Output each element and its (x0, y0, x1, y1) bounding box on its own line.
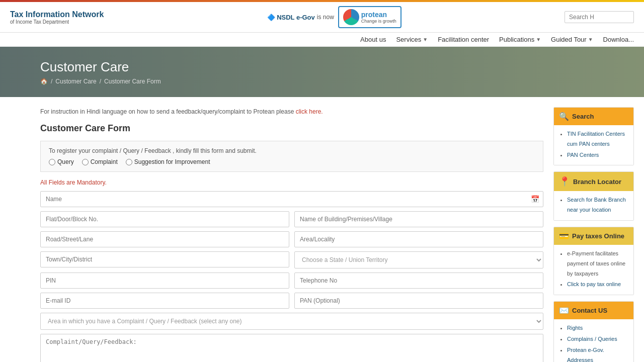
chevron-down-icon: ▼ (423, 37, 428, 42)
click-here-link[interactable]: click here. (296, 108, 323, 115)
mandatory-note: All Fields are Mandatory. (40, 179, 543, 186)
branch-card-body: Search for Bank Branch near your locatio… (554, 191, 633, 220)
protean-info: protean Change is growth (361, 11, 396, 24)
header: Tax Information Network of Income Tax De… (0, 2, 644, 33)
state-select[interactable]: Choose a State / Union Territory (294, 251, 543, 268)
breadcrumb-customer-care[interactable]: Customer Care (55, 78, 96, 85)
road-field (40, 231, 289, 247)
list-item: Rights (567, 323, 627, 333)
nav-facilitation[interactable]: Facilitation center (438, 36, 489, 43)
main-container: For instruction in Hindi language on how… (0, 97, 644, 362)
search-card-title: Search (572, 113, 594, 120)
hero-content: Customer Care 🏠 / Customer Care / Custom… (40, 59, 604, 85)
mail-icon: ✉️ (559, 306, 569, 315)
protean-name: protean (361, 11, 387, 19)
pay-card-body: e-Payment facilitates payment of taxes o… (554, 245, 633, 295)
telephone-input[interactable] (294, 273, 543, 289)
list-item: TIN Facilitation Centers cum PAN centers (567, 129, 627, 149)
branch-card-title: Branch Locator (573, 178, 621, 186)
town-field (40, 251, 289, 268)
town-input[interactable] (40, 251, 289, 267)
query-type-group: Query Complaint Suggestion for Improveme… (49, 158, 535, 165)
pin-input[interactable] (40, 273, 289, 289)
name-row: 📅 (40, 191, 543, 207)
feedback-textarea[interactable] (40, 334, 543, 362)
tin-facilitation-link[interactable]: TIN Facilitation Centers cum PAN centers (567, 131, 625, 147)
breadcrumb-home[interactable]: 🏠 (40, 78, 48, 85)
area-field (294, 231, 543, 247)
building-input[interactable] (294, 211, 543, 227)
list-item: Click to pay tax online (567, 280, 627, 290)
pan-field (294, 293, 543, 309)
branch-card: 📍 Branch Locator Search for Bank Branch … (553, 171, 634, 221)
form-section: For instruction in Hindi language on how… (40, 107, 543, 362)
pin-icon: 📍 (559, 176, 570, 187)
list-item: e-Payment facilitates payment of taxes o… (567, 249, 627, 279)
form-instructions-box: To register your complaint / Query / Fee… (40, 141, 543, 172)
flat-input[interactable] (40, 211, 289, 227)
site-title: Tax Information Network (10, 10, 104, 19)
nav-guided-tour[interactable]: Guided Tour ▼ (551, 36, 593, 43)
area-input[interactable] (294, 231, 543, 247)
pay-icon: 💳 (559, 231, 569, 241)
branch-link[interactable]: Search for Bank Branch near your locatio… (567, 197, 626, 213)
header-search[interactable] (565, 11, 634, 23)
hero-banner: Customer Care 🏠 / Customer Care / Custom… (0, 47, 644, 97)
pay-card: 💳 Pay taxes Online e-Payment facilitates… (553, 227, 634, 295)
form-title: Customer Care Form (40, 123, 543, 134)
nsdl-text: 🔷 NSDL e-Gov (267, 14, 315, 21)
complaint-area-field: Area in which you have a Complaint / Que… (40, 313, 543, 330)
radio-query[interactable]: Query (49, 158, 74, 165)
feedback-field (40, 334, 543, 362)
breadcrumb-current: Customer Care Form (104, 78, 161, 85)
pan-input[interactable] (294, 293, 543, 309)
nav-about[interactable]: About us (360, 36, 386, 43)
email-field (40, 293, 289, 309)
name-input[interactable] (40, 191, 543, 207)
hero-title: Customer Care (40, 59, 604, 75)
pin-field (40, 273, 289, 289)
list-item: Search for Bank Branch near your locatio… (567, 195, 627, 215)
pan-centers-link[interactable]: PAN Centers (567, 152, 599, 158)
chevron-down-icon: ▼ (588, 37, 593, 42)
state-field: Choose a State / Union Territory (294, 251, 543, 268)
header-search-input[interactable] (569, 14, 629, 21)
nav-publications[interactable]: Publications ▼ (499, 36, 541, 43)
pay-tax-link[interactable]: Click to pay tax online (567, 281, 621, 287)
header-center: 🔷 NSDL e-Gov is now protean Change is gr… (267, 6, 401, 28)
rights-link[interactable]: Rights (567, 325, 583, 331)
contact-card-header: ✉️ Contact US (554, 302, 633, 319)
list-item: Complains / Queries (567, 334, 627, 344)
addresses-link[interactable]: Protean e-Gov. Addresses (567, 347, 604, 362)
radio-suggestion[interactable]: Suggestion for Improvement (126, 158, 210, 165)
contact-row-2 (40, 293, 543, 309)
protean-tagline: Change is growth (361, 19, 396, 24)
breadcrumb: 🏠 / Customer Care / Customer Care Form (40, 78, 604, 85)
contact-card: ✉️ Contact US Rights Complains / Queries… (553, 301, 634, 362)
search-icon: 🔍 (559, 112, 569, 121)
contact-card-title: Contact US (572, 307, 607, 314)
radio-complaint[interactable]: Complaint (82, 158, 118, 165)
complaints-link[interactable]: Complains / Queries (567, 336, 617, 342)
site-subtitle: of Income Tax Department (10, 19, 104, 25)
nav-services[interactable]: Services ▼ (396, 36, 428, 43)
address-row-1 (40, 211, 543, 227)
instruction-text: For instruction in Hindi language on how… (40, 107, 543, 116)
complaint-area-row: Area in which you have a Complaint / Que… (40, 313, 543, 330)
nsdl-badge: 🔷 NSDL e-Gov is now (267, 14, 334, 21)
road-input[interactable] (40, 231, 289, 247)
protean-circle-icon (343, 9, 359, 25)
list-item: PAN Centers (567, 150, 627, 160)
flat-field (40, 211, 289, 227)
email-input[interactable] (40, 293, 289, 309)
complaint-area-select[interactable]: Area in which you have a Complaint / Que… (40, 313, 543, 330)
building-field (294, 211, 543, 227)
search-card-body: TIN Facilitation Centers cum PAN centers… (554, 125, 633, 165)
chevron-down-icon: ▼ (536, 37, 541, 42)
pay-card-title: Pay taxes Online (572, 232, 624, 240)
nav-download[interactable]: Downloa... (603, 36, 634, 43)
telephone-field (294, 273, 543, 289)
nav-bar: About us Services ▼ Facilitation center … (0, 33, 644, 47)
name-field: 📅 (40, 191, 543, 207)
address-row-2 (40, 231, 543, 247)
